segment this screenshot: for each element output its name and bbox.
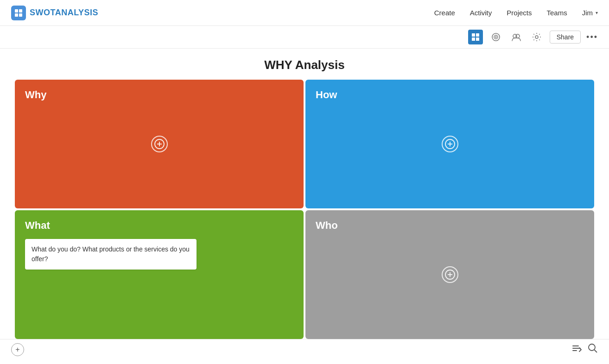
add-how-button[interactable]: [442, 136, 458, 152]
add-quadrant-button[interactable]: +: [11, 343, 24, 356]
header: SWOTAnalysis Create Activity Projects Te…: [0, 0, 609, 26]
settings-icon[interactable]: [529, 30, 544, 44]
svg-point-10: [495, 37, 496, 38]
sort-icon[interactable]: [572, 344, 582, 355]
logo-icon: [11, 6, 26, 20]
quadrant-what-title: What: [25, 220, 293, 232]
svg-rect-0: [15, 9, 18, 13]
svg-line-27: [595, 350, 597, 353]
add-quadrant-label: +: [15, 345, 19, 354]
add-who-button[interactable]: [442, 266, 458, 283]
svg-rect-5: [476, 33, 479, 37]
quadrant-who: Who: [305, 210, 594, 339]
more-options-icon[interactable]: •••: [586, 32, 598, 42]
grid-view-icon[interactable]: [468, 30, 483, 44]
page-title-area: WHY Analysis: [0, 49, 609, 80]
quadrant-how-title: How: [316, 89, 584, 101]
search-icon[interactable]: [588, 343, 598, 356]
svg-rect-4: [472, 33, 475, 37]
quadrant-why: Why: [15, 80, 304, 208]
svg-rect-3: [19, 13, 22, 17]
group-icon[interactable]: [509, 30, 524, 44]
footer: +: [0, 339, 609, 359]
user-name: Jim: [582, 9, 593, 17]
share-button[interactable]: Share: [550, 31, 581, 44]
analysis-grid: Why How What What do you do? What produc…: [15, 80, 594, 339]
app-logo-text: SWOTAnalysis: [30, 8, 98, 18]
footer-right: [572, 343, 598, 356]
add-why-button[interactable]: [151, 136, 168, 152]
svg-rect-1: [19, 9, 22, 13]
nav-projects[interactable]: Projects: [507, 9, 532, 17]
svg-rect-7: [476, 38, 479, 41]
what-note-card[interactable]: What do you do? What products or the ser…: [25, 239, 197, 270]
target-icon[interactable]: [488, 30, 503, 44]
chevron-down-icon: ▾: [596, 10, 598, 15]
nav-teams[interactable]: Teams: [546, 9, 567, 17]
quadrant-what: What What do you do? What products or th…: [15, 210, 304, 339]
main-nav: Create Activity Projects Teams Jim ▾: [434, 9, 598, 17]
svg-point-13: [535, 36, 538, 38]
quadrant-why-title: Why: [25, 89, 293, 101]
nav-activity[interactable]: Activity: [470, 9, 492, 17]
user-menu[interactable]: Jim ▾: [582, 9, 598, 17]
svg-point-12: [516, 34, 520, 38]
toolbar: Share •••: [0, 26, 609, 49]
quadrant-who-title: Who: [316, 220, 584, 232]
quadrant-how: How: [305, 80, 594, 208]
svg-point-26: [589, 344, 595, 351]
nav-create[interactable]: Create: [434, 9, 455, 17]
svg-rect-6: [472, 38, 475, 41]
page-title: WHY Analysis: [0, 58, 609, 72]
what-note-text: What do you do? What products or the ser…: [32, 245, 190, 263]
svg-rect-2: [15, 13, 18, 17]
logo-area[interactable]: SWOTAnalysis: [11, 6, 98, 20]
footer-left: +: [11, 343, 24, 356]
